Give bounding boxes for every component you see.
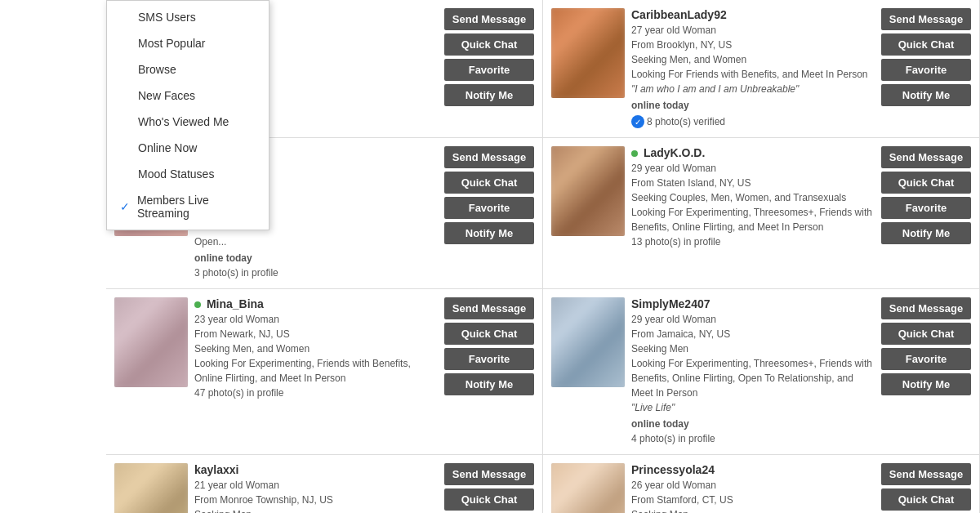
avatar-image-6 (551, 297, 625, 387)
quick-chat-btn-2[interactable]: Quick Chat (881, 33, 971, 56)
favorite-btn-4[interactable]: Favorite (881, 197, 971, 219)
avatar-image-8 (551, 463, 625, 513)
avatar-image-4 (551, 146, 625, 236)
profile-actions-3: Send Message Quick Chat Favorite Notify … (444, 146, 534, 280)
profile-name-4: LadyK.O.D. (631, 146, 875, 159)
notify-me-btn-5[interactable]: Notify Me (444, 373, 534, 395)
profile-actions-6: Send Message Quick Chat Favorite Notify … (881, 297, 971, 446)
quick-chat-btn-4[interactable]: Quick Chat (881, 172, 971, 194)
dropdown-item-mood-statuses[interactable]: Mood Statuses (107, 161, 269, 187)
profile-actions-5: Send Message Quick Chat Favorite Notify … (444, 297, 534, 446)
notify-me-btn-3[interactable]: Notify Me (444, 222, 534, 244)
dropdown-item-new-faces[interactable]: New Faces (107, 83, 269, 109)
avatar-8 (551, 463, 625, 513)
send-message-btn-5[interactable]: Send Message (444, 297, 534, 319)
photos-6: 4 photo(s) in profile (631, 431, 875, 446)
avatar-7 (114, 463, 188, 513)
profile-details-5: 23 year old Woman From Newark, NJ, US Se… (194, 312, 438, 400)
avatar-image-7 (114, 463, 188, 513)
quick-chat-btn-7[interactable]: Quick Chat (444, 488, 534, 511)
dropdown-item-online-now[interactable]: Online Now (107, 135, 269, 161)
profile-card-2: CaribbeanLady92 27 year old Woman From B… (543, 0, 980, 138)
profile-details-2: 27 year old Woman From Brooklyn, NY, US … (631, 23, 875, 129)
profile-name-6: SimplyMe2407 (631, 297, 875, 310)
profile-actions-2: Send Message Quick Chat Favorite Notify … (881, 8, 971, 129)
profile-actions-8: Send Message Quick Chat Favorite Notify … (881, 463, 971, 513)
profile-actions-7: Send Message Quick Chat Favorite Notify … (444, 463, 534, 513)
quick-chat-btn-1[interactable]: Quick Chat (444, 33, 534, 56)
online-status-2: online today (631, 98, 875, 113)
online-status-3: online today (194, 251, 438, 265)
profile-actions-1: Send Message Quick Chat Favorite Notify … (444, 8, 534, 129)
profile-name-8: Princessyola24 (631, 463, 875, 476)
verified-icon-2: ✓ (631, 115, 644, 128)
profile-actions-4: Send Message Quick Chat Favorite Notify … (881, 146, 971, 280)
profile-info-8: Princessyola24 26 year old Woman From St… (631, 463, 875, 513)
profile-card-7: kaylaxxi 21 year old Woman From Monroe T… (106, 455, 543, 513)
notify-me-btn-6[interactable]: Notify Me (881, 373, 971, 395)
profile-details-6: 29 year old Woman From Jamaica, NY, US S… (631, 312, 875, 446)
send-message-btn-7[interactable]: Send Message (444, 463, 534, 485)
online-dot-4 (631, 150, 638, 157)
profile-name-5: Mina_Bina (194, 297, 438, 310)
profile-details-7: 21 year old Woman From Monroe Township, … (194, 478, 438, 513)
profile-card-6: SimplyMe2407 29 year old Woman From Jama… (543, 289, 980, 455)
dropdown-item-browse[interactable]: Browse (107, 56, 269, 83)
send-message-btn-4[interactable]: Send Message (881, 146, 971, 168)
profile-card-4: LadyK.O.D. 29 year old Woman From Staten… (543, 138, 980, 289)
quick-chat-btn-5[interactable]: Quick Chat (444, 323, 534, 345)
checkmark-streaming: ✓ (120, 200, 132, 213)
favorite-btn-3[interactable]: Favorite (444, 197, 534, 219)
send-message-btn-3[interactable]: Send Message (444, 146, 534, 168)
avatar-6 (551, 297, 625, 387)
page-container: SMS Users Most Popular Browse New Faces … (0, 0, 980, 513)
online-status-6: online today (631, 417, 875, 431)
profile-name-7: kaylaxxi (194, 463, 438, 476)
dropdown-item-live-streaming[interactable]: ✓ Members Live Streaming (107, 187, 269, 226)
send-message-btn-8[interactable]: Send Message (881, 463, 971, 485)
quick-chat-btn-3[interactable]: Quick Chat (444, 172, 534, 194)
notify-me-btn-1[interactable]: Notify Me (444, 84, 534, 106)
quick-chat-btn-8[interactable]: Quick Chat (881, 488, 971, 511)
favorite-btn-5[interactable]: Favorite (444, 348, 534, 370)
avatar-image-5 (114, 297, 188, 387)
profile-info-7: kaylaxxi 21 year old Woman From Monroe T… (194, 463, 438, 513)
profile-info-2: CaribbeanLady92 27 year old Woman From B… (631, 8, 875, 129)
avatar-5 (114, 297, 188, 387)
profile-info-4: LadyK.O.D. 29 year old Woman From Staten… (631, 146, 875, 280)
avatar-2 (551, 8, 625, 98)
favorite-btn-6[interactable]: Favorite (881, 348, 971, 370)
notify-me-btn-2[interactable]: Notify Me (881, 84, 971, 106)
send-message-btn-2[interactable]: Send Message (881, 8, 971, 30)
send-message-btn-1[interactable]: Send Message (444, 8, 534, 30)
profile-card-8: Princessyola24 26 year old Woman From St… (543, 455, 980, 513)
dropdown-menu: SMS Users Most Popular Browse New Faces … (106, 0, 270, 230)
dropdown-item-whos-viewed[interactable]: Who's Viewed Me (107, 109, 269, 135)
photos-5: 47 photo(s) in profile (194, 386, 438, 400)
profile-name-2: CaribbeanLady92 (631, 8, 875, 21)
quick-chat-btn-6[interactable]: Quick Chat (881, 323, 971, 345)
send-message-btn-6[interactable]: Send Message (881, 297, 971, 319)
notify-me-btn-4[interactable]: Notify Me (881, 222, 971, 244)
dropdown-item-sms-users[interactable]: SMS Users (107, 4, 269, 30)
profile-info-6: SimplyMe2407 29 year old Woman From Jama… (631, 297, 875, 446)
favorite-btn-1[interactable]: Favorite (444, 59, 534, 81)
avatar-image-2 (551, 8, 625, 98)
dropdown-item-most-popular[interactable]: Most Popular (107, 30, 269, 56)
profile-info-5: Mina_Bina 23 year old Woman From Newark,… (194, 297, 438, 446)
verified-badge-2: ✓ 8 photo(s) verified (631, 114, 725, 129)
profile-details-8: 26 year old Woman From Stamford, CT, US … (631, 478, 875, 513)
avatar-4 (551, 146, 625, 236)
photos-3: 3 photo(s) in profile (194, 265, 438, 280)
photos-4: 13 photo(s) in profile (631, 234, 875, 249)
favorite-btn-2[interactable]: Favorite (881, 59, 971, 81)
profile-details-4: 29 year old Woman From Staten Island, NY… (631, 161, 875, 249)
profile-card-5: Mina_Bina 23 year old Woman From Newark,… (106, 289, 543, 455)
online-dot-5 (194, 301, 201, 308)
